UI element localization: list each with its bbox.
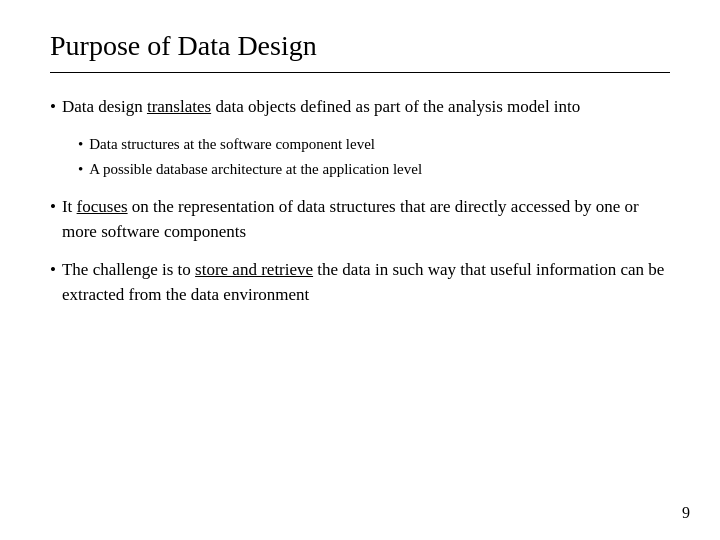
focuses-text: focuses <box>77 197 128 216</box>
store-retrieve-text: store and retrieve <box>195 260 313 279</box>
sub-text-1-1: Data structures at the software componen… <box>89 134 375 155</box>
bullet-symbol-3: • <box>50 258 56 283</box>
sub-symbol-1-1: • <box>78 134 83 156</box>
bullet-symbol-2: • <box>50 195 56 220</box>
sub-bullet-1-1: • Data structures at the software compon… <box>78 134 670 156</box>
bullet-3: • The challenge is to store and retrieve… <box>50 258 670 307</box>
page-number: 9 <box>682 504 690 522</box>
title-divider <box>50 72 670 73</box>
slide-content: • Data design translates data objects de… <box>50 95 670 308</box>
sub-text-1-2: A possible database architecture at the … <box>89 159 422 180</box>
sub-symbol-1-2: • <box>78 159 83 181</box>
translates-text: translates <box>147 97 211 116</box>
slide: Purpose of Data Design • Data design tra… <box>0 0 720 540</box>
sub-bullets-1: • Data structures at the software compon… <box>78 134 670 182</box>
bullet-text-3: The challenge is to store and retrieve t… <box>62 258 670 307</box>
slide-title: Purpose of Data Design <box>50 30 670 62</box>
bullet-2: • It focuses on the representation of da… <box>50 195 670 244</box>
bullet-text-2: It focuses on the representation of data… <box>62 195 670 244</box>
bullet-symbol-1: • <box>50 95 56 120</box>
bullet-text-1: Data design translates data objects defi… <box>62 95 580 120</box>
sub-bullet-1-2: • A possible database architecture at th… <box>78 159 670 181</box>
bullet-1: • Data design translates data objects de… <box>50 95 670 120</box>
